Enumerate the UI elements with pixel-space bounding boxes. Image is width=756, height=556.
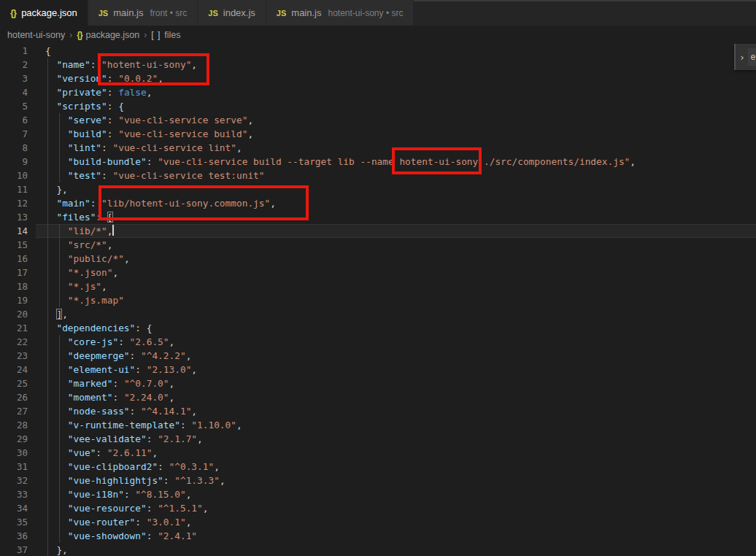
code-line[interactable]: 11 }, [0, 182, 756, 196]
line-number[interactable]: 22 [0, 335, 28, 349]
line-number[interactable]: 35 [0, 515, 28, 529]
code-line[interactable]: 13 "files": [ [0, 210, 756, 224]
code-line[interactable]: 12 "main": "lib/hotent-ui-sony.common.js… [0, 196, 756, 210]
code-token: "lib/*" [68, 225, 107, 236]
editor[interactable]: 1{2 "name": "hotent-ui-sony",3 "version"… [0, 44, 756, 556]
line-number[interactable]: 34 [0, 501, 28, 515]
code-token [45, 267, 68, 278]
line-number[interactable]: 9 [0, 155, 28, 169]
breadcrumb-folder[interactable]: hotent-ui-sony [7, 30, 65, 40]
code-line[interactable]: 25 "marked": "^0.7.0", [0, 377, 756, 390]
line-number[interactable]: 23 [0, 349, 28, 363]
tab-main-js-hotent[interactable]: JS main.js hotent-ui-sony • src [266, 0, 414, 26]
indent-guide [47, 210, 48, 224]
line-number[interactable]: 21 [0, 321, 28, 335]
code-line[interactable]: 14 "lib/*", [0, 224, 756, 238]
line-number[interactable]: 32 [0, 474, 28, 487]
line-number[interactable]: 31 [0, 460, 28, 474]
breadcrumb-symbol-files[interactable]: [ ] files [151, 30, 180, 40]
code-token: "^4.14.1" [141, 406, 191, 417]
code-line[interactable]: 6 "serve": "vue-cli-service serve", [0, 113, 756, 127]
line-number[interactable]: 30 [0, 446, 28, 460]
line-number[interactable]: 28 [0, 418, 28, 432]
code-line[interactable]: 5 "scripts": { [0, 99, 756, 113]
line-number[interactable]: 13 [0, 210, 28, 224]
code-token: "public/*" [68, 253, 124, 264]
code-token [45, 115, 68, 126]
line-number[interactable]: 29 [0, 432, 28, 446]
code-line[interactable]: 36 "vue-showdown": "2.4.1" [0, 529, 756, 543]
line-number[interactable]: 19 [0, 293, 28, 307]
code-line[interactable]: 20 ], [0, 307, 756, 321]
line-number[interactable]: 25 [0, 377, 28, 390]
code-line[interactable]: 4 "private": false, [0, 85, 756, 99]
code-line[interactable]: 15 "src/*", [0, 238, 756, 252]
code-line[interactable]: 23 "deepmerge": "^4.2.2", [0, 349, 756, 363]
line-number[interactable]: 36 [0, 529, 28, 543]
indent-guide [47, 460, 48, 474]
line-number[interactable]: 1 [0, 44, 28, 58]
line-number[interactable]: 5 [0, 99, 28, 113]
line-number[interactable]: 11 [0, 182, 28, 196]
code-line[interactable]: 18 "*.js", [0, 279, 756, 293]
line-number[interactable]: 7 [0, 127, 28, 141]
line-number[interactable]: 18 [0, 279, 28, 293]
code-line[interactable]: 37 }, [0, 543, 756, 556]
code-token [45, 392, 68, 403]
code-line[interactable]: 10 "test": "vue-cli-service test:unit" [0, 169, 756, 182]
line-number[interactable]: 27 [0, 404, 28, 418]
code-line[interactable]: 24 "element-ui": "2.13.0", [0, 363, 756, 377]
line-number[interactable]: 24 [0, 363, 28, 377]
find-input[interactable]: e [748, 48, 756, 66]
line-number[interactable]: 33 [0, 487, 28, 501]
line-number[interactable]: 15 [0, 238, 28, 252]
code-line[interactable]: 29 "vee-validate": "2.1.7", [0, 432, 756, 446]
line-number[interactable]: 8 [0, 141, 28, 155]
line-number[interactable]: 2 [0, 58, 28, 72]
code-line[interactable]: 3 "version": "0.0.2", [0, 72, 756, 85]
code-line[interactable]: 8 "lint": "vue-cli-service lint", [0, 141, 756, 155]
code-line[interactable]: 33 "vue-i18n": "^8.15.0", [0, 487, 756, 501]
code-line[interactable]: 26 "moment": "2.24.0", [0, 390, 756, 404]
code-line[interactable]: 31 "vue-clipboard2": "^0.3.1", [0, 460, 756, 474]
line-number[interactable]: 6 [0, 113, 28, 127]
code-line[interactable]: 1{ [0, 44, 756, 58]
indent-guide [47, 515, 48, 529]
line-number[interactable]: 26 [0, 390, 28, 404]
indent-guide [59, 515, 60, 529]
code-line[interactable]: 30 "vue": "2.6.11", [0, 446, 756, 460]
line-number[interactable]: 16 [0, 252, 28, 266]
code-line[interactable]: 19 "*.js.map" [0, 293, 756, 307]
code-line[interactable]: 28 "v-runtime-template": "1.10.0", [0, 418, 756, 432]
line-number[interactable]: 37 [0, 543, 28, 556]
code-line[interactable]: 16 "public/*", [0, 252, 756, 266]
line-number[interactable]: 14 [0, 224, 28, 238]
indent-guide [47, 58, 48, 72]
code-token: "lint" [68, 142, 101, 153]
code-line[interactable]: 9 "build-bundle": "vue-cli-service build… [0, 155, 756, 169]
line-number[interactable]: 10 [0, 169, 28, 182]
line-number[interactable]: 20 [0, 307, 28, 321]
code-line[interactable]: 22 "core-js": "2.6.5", [0, 335, 756, 349]
line-number[interactable]: 3 [0, 72, 28, 85]
code-line[interactable]: 21 "dependencies": { [0, 321, 756, 335]
tab-index-js[interactable]: JS index.js [198, 0, 266, 26]
indent-guide [47, 85, 48, 99]
line-number[interactable]: 4 [0, 85, 28, 99]
breadcrumb-file[interactable]: {} package.json [77, 30, 139, 40]
code-line[interactable]: 17 "*.json", [0, 266, 756, 279]
code-line[interactable]: 7 "build": "vue-cli-service build", [0, 127, 756, 141]
code-line[interactable]: 27 "node-sass": "^4.14.1", [0, 404, 756, 418]
tab-main-js-front[interactable]: JS main.js front • src [88, 0, 198, 26]
code-token: , [270, 198, 276, 209]
code-line[interactable]: 2 "name": "hotent-ui-sony", [0, 58, 756, 72]
tab-package-json[interactable]: {} package.json [0, 0, 88, 26]
chevron-right-icon[interactable]: › [736, 52, 748, 63]
code-line[interactable]: 35 "vue-router": "3.0.1", [0, 515, 756, 529]
code-line[interactable]: 32 "vue-highlightjs": "^1.3.3", [0, 474, 756, 487]
indent-guide [47, 127, 48, 141]
line-number[interactable]: 17 [0, 266, 28, 279]
code-token: : [130, 350, 141, 361]
code-line[interactable]: 34 "vue-resource": "^1.5.1", [0, 501, 756, 515]
line-number[interactable]: 12 [0, 196, 28, 210]
